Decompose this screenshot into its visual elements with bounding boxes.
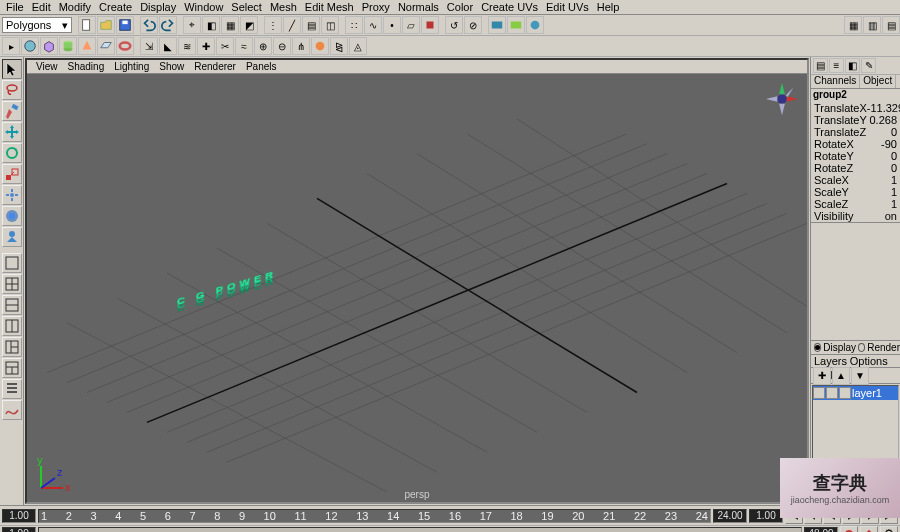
layer-row[interactable]: layer1 xyxy=(813,386,898,400)
vp-menu-renderer[interactable]: Renderer xyxy=(189,61,241,72)
shelf-split-icon[interactable]: ✂ xyxy=(216,37,234,55)
anim-prefs-icon[interactable]: ⚙ xyxy=(880,526,898,533)
menu-color[interactable]: Color xyxy=(443,1,477,13)
layer-down-icon[interactable]: ▼ xyxy=(851,367,869,385)
move-tool-icon[interactable] xyxy=(2,122,22,142)
select-hierarchy-icon[interactable]: ◧ xyxy=(202,16,220,34)
snap-point-icon[interactable]: • xyxy=(383,16,401,34)
object-name[interactable]: group2 xyxy=(811,89,900,102)
shelf-triangulate-icon[interactable]: ◬ xyxy=(349,37,367,55)
shelf-poly-cone-icon[interactable] xyxy=(78,37,96,55)
time-start-field[interactable]: 1.00 xyxy=(2,509,36,523)
shelf-tab-switch-icon[interactable]: ▸ xyxy=(2,37,20,55)
menu-select[interactable]: Select xyxy=(227,1,266,13)
shelf-crease-icon[interactable]: ⋔ xyxy=(292,37,310,55)
range-start-field[interactable]: 1.00 xyxy=(2,527,36,533)
history-on-icon[interactable]: ↺ xyxy=(445,16,463,34)
snap-grid-icon[interactable]: ∷ xyxy=(345,16,363,34)
menu-edit-uvs[interactable]: Edit UVs xyxy=(542,1,593,13)
layer-up-icon[interactable]: ▲ xyxy=(832,367,850,385)
vp-menu-show[interactable]: Show xyxy=(154,61,189,72)
vp-menu-shading[interactable]: Shading xyxy=(63,61,110,72)
shelf-poly-torus-icon[interactable] xyxy=(116,37,134,55)
layout-3l-icon[interactable] xyxy=(2,337,22,357)
select-object-icon[interactable]: ▦ xyxy=(221,16,239,34)
layout-two-v-icon[interactable] xyxy=(2,316,22,336)
menu-create-uvs[interactable]: Create UVs xyxy=(477,1,542,13)
menu-normals[interactable]: Normals xyxy=(394,1,443,13)
vp-menu-view[interactable]: View xyxy=(31,61,63,72)
render-frame-icon[interactable] xyxy=(488,16,506,34)
manip-tool-icon[interactable] xyxy=(2,185,22,205)
tab-channels[interactable]: Channels xyxy=(811,75,860,88)
scale-tool-icon[interactable] xyxy=(2,164,22,184)
layer-type-toggle[interactable] xyxy=(826,387,838,399)
outliner-icon[interactable] xyxy=(2,379,22,399)
shelf-smooth-icon[interactable]: ≈ xyxy=(235,37,253,55)
menu-edit[interactable]: Edit xyxy=(28,1,55,13)
menu-display[interactable]: Display xyxy=(136,1,180,13)
redo-icon[interactable] xyxy=(159,16,177,34)
shelf-append-icon[interactable]: ✚ xyxy=(197,37,215,55)
menu-file[interactable]: File xyxy=(2,1,28,13)
file-new-icon[interactable] xyxy=(78,16,96,34)
shelf-sculpt-icon[interactable] xyxy=(311,37,329,55)
layer-vis-toggle[interactable] xyxy=(813,387,825,399)
layout-four-icon[interactable] xyxy=(2,274,22,294)
paint-select-icon[interactable] xyxy=(2,101,22,121)
new-layer-icon[interactable]: ✚ xyxy=(813,367,831,385)
show-manip-icon[interactable] xyxy=(2,227,22,247)
layer-menu-layers[interactable]: Layers xyxy=(814,355,847,367)
menu-modify[interactable]: Modify xyxy=(55,1,95,13)
snap-plane-icon[interactable]: ▱ xyxy=(402,16,420,34)
mask-uv-icon[interactable]: ◫ xyxy=(321,16,339,34)
layout-two-h-icon[interactable] xyxy=(2,295,22,315)
mask-vertex-icon[interactable]: ⋮ xyxy=(264,16,282,34)
select-tool-icon[interactable] xyxy=(2,59,22,79)
menu-mesh[interactable]: Mesh xyxy=(266,1,301,13)
graph-editor-icon[interactable] xyxy=(2,400,22,420)
shelf-poly-sphere-icon[interactable] xyxy=(21,37,39,55)
snap-curve-icon[interactable]: ∿ xyxy=(364,16,382,34)
shelf-bevel-icon[interactable]: ◣ xyxy=(159,37,177,55)
tool-settings-icon[interactable]: ✎ xyxy=(861,58,876,73)
time-end-field[interactable]: 24.00 xyxy=(713,509,747,523)
shelf-collapse-icon[interactable]: ⊖ xyxy=(273,37,291,55)
shelf-poly-cube-icon[interactable] xyxy=(40,37,58,55)
view-compass-icon[interactable] xyxy=(763,80,801,118)
shelf-extrude-icon[interactable]: ⇲ xyxy=(140,37,158,55)
select-by-name-icon[interactable]: ⌖ xyxy=(183,16,201,34)
radio-render[interactable] xyxy=(858,343,865,352)
history-off-icon[interactable]: ⊘ xyxy=(464,16,482,34)
shelf-merge-icon[interactable]: ⊕ xyxy=(254,37,272,55)
time-current-field[interactable]: 1.00 xyxy=(749,509,783,523)
range-track[interactable] xyxy=(38,527,802,533)
menu-window[interactable]: Window xyxy=(180,1,227,13)
auto-key-icon[interactable] xyxy=(840,526,858,533)
shelf-mirror-icon[interactable]: ⧎ xyxy=(330,37,348,55)
select-component-icon[interactable]: ◩ xyxy=(240,16,258,34)
shelf-poly-plane-icon[interactable] xyxy=(97,37,115,55)
layer-color-swatch[interactable] xyxy=(839,387,851,399)
viewport[interactable]: C G POWER y x z persp xyxy=(27,74,807,502)
radio-display[interactable] xyxy=(814,343,821,352)
panel-layout3-icon[interactable]: ▤ xyxy=(882,16,900,34)
lasso-tool-icon[interactable] xyxy=(2,80,22,100)
mode-dropdown[interactable]: Polygons ▾ xyxy=(2,17,72,33)
vp-menu-lighting[interactable]: Lighting xyxy=(109,61,154,72)
file-save-icon[interactable] xyxy=(116,16,134,34)
render-globals-icon[interactable] xyxy=(526,16,544,34)
tab-object[interactable]: Object xyxy=(860,75,896,88)
menu-proxy[interactable]: Proxy xyxy=(358,1,394,13)
soft-mod-icon[interactable] xyxy=(2,206,22,226)
time-track[interactable]: 123456789101112131415161718192021222324 xyxy=(38,509,711,523)
shelf-poly-cylinder-icon[interactable] xyxy=(59,37,77,55)
layout-3t-icon[interactable] xyxy=(2,358,22,378)
panel-layout2-icon[interactable]: ▥ xyxy=(863,16,881,34)
set-key-icon[interactable] xyxy=(860,526,878,533)
ipr-render-icon[interactable] xyxy=(507,16,525,34)
menu-create[interactable]: Create xyxy=(95,1,136,13)
menu-help[interactable]: Help xyxy=(593,1,624,13)
menu-edit-mesh[interactable]: Edit Mesh xyxy=(301,1,358,13)
file-open-icon[interactable] xyxy=(97,16,115,34)
